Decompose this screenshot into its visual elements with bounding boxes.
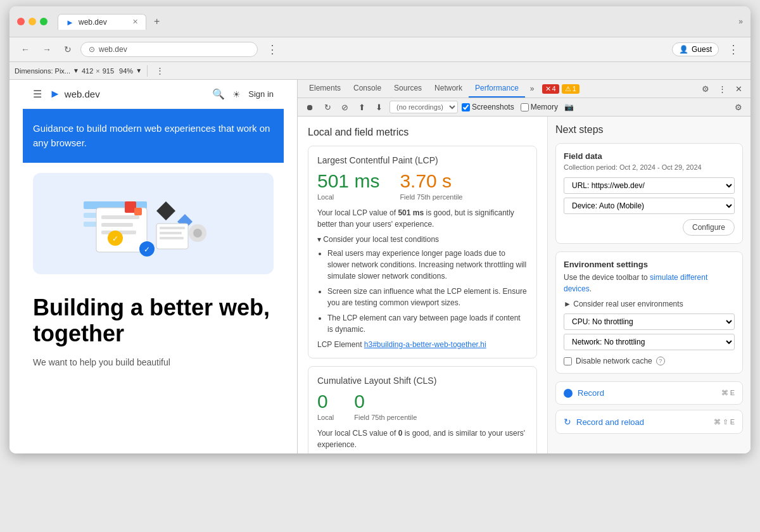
address-url-icon: ⊙ [89, 45, 95, 54]
field-data-subtitle: Collection period: Oct 2, 2024 - Oct 29,… [564, 163, 735, 171]
perf-settings-button[interactable]: ⚙ [732, 101, 745, 113]
warning-count: 1 [573, 85, 576, 92]
recordings-select[interactable]: (no recordings) [390, 101, 458, 113]
cache-row: Disable network cache ? [564, 357, 735, 365]
warning-icon: ⚠ [565, 85, 571, 93]
site-logo: ► web.dev [49, 87, 100, 101]
device-select[interactable]: Device: Auto (Mobile) [564, 198, 735, 214]
hero-illustration: ✓ ✓ [58, 176, 248, 271]
memory-screenshot-icon: 📷 [564, 103, 574, 111]
tab-expand-icon[interactable]: » [738, 17, 743, 26]
disable-cache-checkbox[interactable] [564, 357, 572, 365]
close-button[interactable] [17, 18, 25, 25]
lcp-bullet-3: The LCP element can vary between page lo… [327, 312, 528, 335]
address-url-text: web.dev [99, 45, 127, 54]
lcp-local-label: Local [317, 193, 379, 201]
lcp-description: Your local LCP value of 501 ms is good, … [317, 207, 528, 230]
back-button[interactable]: ← [17, 43, 34, 56]
new-tab-button[interactable]: + [149, 13, 165, 30]
error-count: 4 [552, 85, 556, 92]
clear-icon-button[interactable]: ⊘ [338, 101, 352, 113]
memory-checkbox[interactable] [521, 103, 529, 111]
browser-menu-button[interactable]: ⋮ [724, 41, 743, 58]
consider-env-toggle[interactable]: ► Consider real user environments [564, 300, 735, 308]
record-button[interactable]: Record ⌘ E [555, 381, 743, 405]
cls-card: Cumulative Layout Shift (CLS) 0 Local 0 … [308, 366, 537, 453]
network-throttle-select[interactable]: Network: No throttling [564, 334, 735, 350]
record-circle-icon [564, 389, 573, 398]
lcp-consider-title[interactable]: ▾ Consider your local test conditions [317, 235, 528, 244]
lcp-element-link[interactable]: h3#building-a-better-web-together.hi [364, 340, 486, 349]
cls-local-value: 0 Local [317, 391, 334, 421]
search-icon[interactable]: 🔍 [212, 88, 225, 100]
hero-banner: Guidance to build modern web experiences… [23, 109, 284, 163]
minimize-button[interactable] [28, 18, 36, 25]
field-data-title: Field data [564, 151, 735, 161]
zoom-dropdown-icon[interactable]: ▼ [136, 67, 142, 74]
forward-button[interactable]: → [39, 43, 55, 56]
cache-label: Disable network cache [576, 357, 652, 365]
page-heading: Building a better web, together [23, 284, 284, 357]
devtools-settings-button[interactable]: ⚙ [699, 83, 712, 95]
theme-toggle-icon[interactable]: ☀ [232, 89, 241, 99]
error-badge: ✕ 4 [542, 84, 559, 94]
title-bar: ► web.dev ✕ + » [10, 6, 750, 37]
page-subtext: We want to help you build beautiful [23, 357, 284, 377]
tab-close-icon[interactable]: ✕ [132, 18, 138, 26]
dimensions-dropdown-icon[interactable]: ▼ [73, 67, 79, 74]
svg-point-15 [193, 229, 202, 238]
cls-local-label: Local [317, 414, 334, 421]
nextsteps-title: Next steps [555, 124, 743, 136]
url-select[interactable]: URL: https://web.dev/ [564, 177, 735, 194]
sign-in-button[interactable]: Sign in [248, 89, 274, 99]
cache-help-icon[interactable]: ? [656, 357, 665, 365]
dimensions-zoom: 94% [119, 67, 133, 75]
more-options-button[interactable]: ⋮ [153, 65, 167, 77]
user-button[interactable]: 👤 Guest [672, 42, 719, 56]
warning-badge: ⚠ 1 [562, 84, 580, 94]
tab-elements[interactable]: Elements [303, 80, 347, 98]
hero-text: Guidance to build modern web experiences… [33, 122, 274, 150]
hero-image: ✓ ✓ [33, 173, 274, 274]
record-label: Record [578, 388, 604, 398]
dimensions-height: 915 [103, 67, 114, 75]
logo-text: web.dev [65, 89, 100, 99]
user-label: Guest [692, 45, 712, 54]
reload-icon-button[interactable]: ↻ [321, 101, 334, 113]
upload-icon-button[interactable]: ⬆ [355, 101, 369, 113]
record-reload-button[interactable]: ↻ Record and reload ⌘ ⇧ E [555, 410, 743, 434]
maximize-button[interactable] [40, 18, 48, 25]
webpage-preview: ☰ ► web.dev 🔍 ☀ Sign in Guidance to buil… [10, 80, 298, 453]
address-input[interactable]: ⊙ web.dev [80, 42, 258, 57]
cls-values: 0 Local 0 Field 75th percentile [317, 391, 528, 421]
simulate-devices-link[interactable]: simulate different devices [564, 273, 707, 293]
section-title: Local and field metrics [308, 127, 537, 138]
env-title: Environment settings [564, 260, 735, 269]
active-tab[interactable]: ► web.dev ✕ [58, 14, 146, 30]
download-icon-button[interactable]: ⬇ [372, 101, 386, 113]
tab-network[interactable]: Network [428, 80, 469, 98]
screenshots-checkbox[interactable] [462, 103, 470, 111]
record-icon-button[interactable]: ⏺ [303, 101, 317, 113]
browser-more-button[interactable]: ⋮ [263, 41, 282, 58]
perf-sidebar: Next steps Field data Collection period:… [548, 117, 750, 453]
tab-performance[interactable]: Performance [469, 80, 525, 98]
hamburger-icon[interactable]: ☰ [33, 88, 42, 100]
tab-title: web.dev [79, 18, 107, 27]
devtools-more-button[interactable]: ⋮ [715, 83, 730, 95]
configure-button[interactable]: Configure [683, 219, 735, 236]
tab-sources[interactable]: Sources [388, 80, 428, 98]
svg-rect-19 [160, 237, 184, 239]
screenshots-checkbox-label: Screenshots [462, 103, 514, 111]
perf-main: Local and field metrics Largest Contentf… [298, 117, 548, 453]
cls-highlight: 0 [398, 429, 403, 438]
cpu-throttle-select[interactable]: CPU: No throttling [564, 314, 735, 330]
lcp-title: Largest Contentful Paint (LCP) [317, 155, 528, 165]
devtools-close-button[interactable]: ✕ [732, 83, 745, 95]
reload-button[interactable]: ↻ [60, 43, 75, 56]
more-tabs-button[interactable]: » [525, 82, 540, 96]
lcp-local-number: 501 ms [317, 170, 379, 192]
lcp-consider-list: Real users may experience longer page lo… [317, 248, 528, 335]
cls-description: Your local CLS value of 0 is good, and i… [317, 428, 528, 450]
tab-console[interactable]: Console [347, 80, 388, 98]
